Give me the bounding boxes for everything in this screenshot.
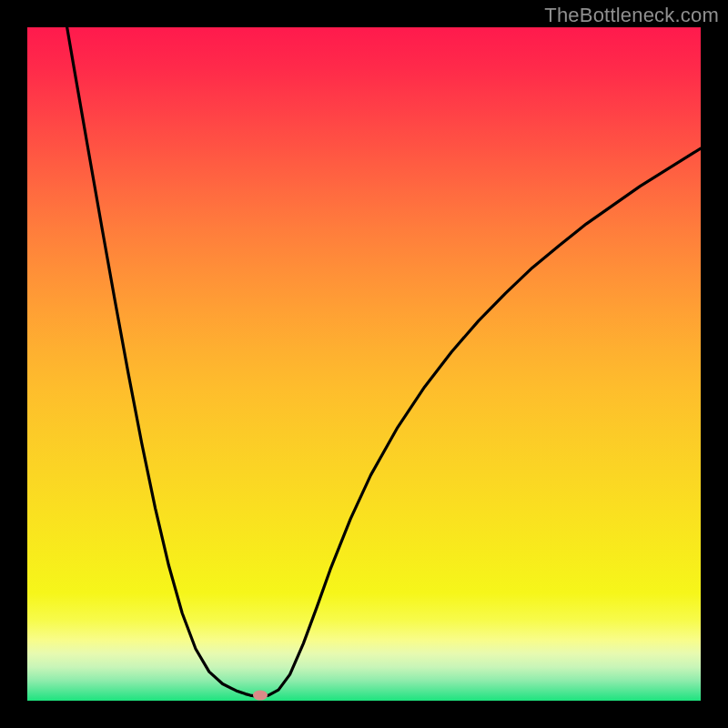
chart-frame: TheBottleneck.com [0, 0, 728, 728]
watermark-text: TheBottleneck.com [544, 4, 719, 27]
plot-area [27, 27, 701, 701]
bottleneck-curve [27, 27, 701, 701]
minimum-marker [253, 691, 268, 701]
